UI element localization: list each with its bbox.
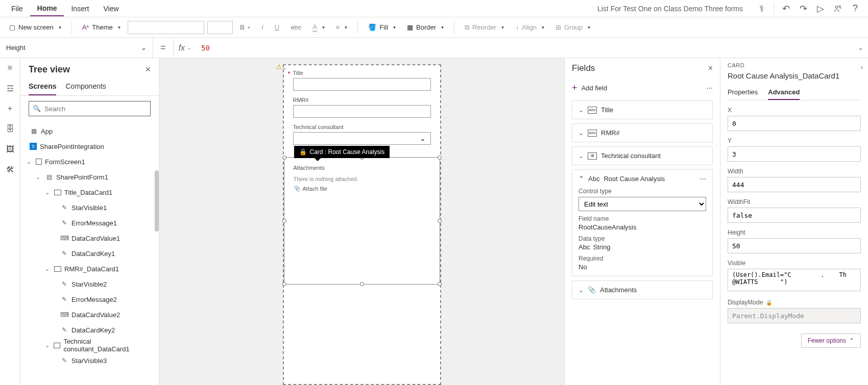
font-color-button[interactable]: A: [308, 21, 329, 34]
resize-handle[interactable]: [282, 219, 286, 223]
italic-button[interactable]: I: [257, 21, 268, 33]
group-button[interactable]: ⊞ Group: [551, 21, 594, 33]
tree-item-sharepoint-integration[interactable]: SSharePointIntegration: [20, 139, 159, 154]
tree-item-starvisible1[interactable]: ✎StarVisible1: [20, 200, 159, 215]
widthfit-input[interactable]: [728, 208, 861, 223]
expand-panel-icon[interactable]: ›: [861, 63, 863, 71]
text-align-button[interactable]: ≡: [332, 21, 352, 33]
tree-item-rmr-datacard1[interactable]: ⌄RMR#_DataCard1: [20, 261, 159, 276]
canvas-area[interactable]: ⚠⌄ * Title RMR# Technical consultant ⌄ 🔒…: [159, 58, 564, 385]
theme-button[interactable]: Aᵃ Theme: [78, 21, 125, 33]
attach-file-button[interactable]: 📎Attach file: [294, 185, 430, 192]
tree-item-tech-datacard1[interactable]: ⌄Technical consultant_DataCard1: [20, 338, 159, 353]
chevron-down-icon[interactable]: ⌄: [578, 107, 584, 114]
chevron-down-icon[interactable]: ⌄: [27, 159, 33, 165]
resize-handle[interactable]: [282, 282, 286, 286]
tab-advanced[interactable]: Advanced: [768, 85, 800, 100]
resize-handle[interactable]: [438, 282, 442, 286]
control-type-select[interactable]: Edit text: [578, 197, 706, 211]
resize-handle[interactable]: [360, 282, 364, 286]
form-card[interactable]: ⚠⌄ * Title RMR# Technical consultant ⌄ 🔒…: [283, 64, 441, 385]
menu-tab-insert[interactable]: Insert: [64, 2, 96, 16]
tree-item-sharepointform1[interactable]: ⌄▤SharePointForm1: [20, 169, 159, 185]
tree-item-datacardkey1[interactable]: ✎DataCardKey1: [20, 246, 159, 261]
width-input[interactable]: [728, 177, 861, 192]
tools-icon[interactable]: 🛠: [5, 164, 16, 175]
fx-button[interactable]: fx⌄: [173, 38, 196, 58]
fields-close-icon[interactable]: ×: [708, 64, 713, 73]
tree-item-app[interactable]: ▦App: [20, 123, 159, 139]
reorder-button[interactable]: ⧉ Reorder: [461, 21, 508, 34]
border-button[interactable]: ▦ Border: [403, 21, 448, 33]
field-item-attachments[interactable]: ⌄ 📎 Attachments: [572, 280, 713, 299]
warning-icon[interactable]: ⚠⌄: [276, 63, 286, 71]
strike-button[interactable]: abc: [286, 21, 305, 33]
title-input[interactable]: [293, 78, 431, 91]
field-item-root-expanded[interactable]: ⌃ Abc Root Cause Analysis ⋯ Control type…: [572, 169, 713, 276]
tree-close-icon[interactable]: ×: [145, 64, 151, 75]
tab-screens[interactable]: Screens: [29, 78, 56, 95]
tree-item-errormessage1[interactable]: ✎ErrorMessage1: [20, 215, 159, 230]
stethoscope-icon[interactable]: ⚕: [753, 0, 770, 17]
font-size-select[interactable]: [207, 21, 233, 34]
bold-button[interactable]: B▾: [236, 21, 254, 33]
scrollbar[interactable]: [155, 170, 159, 232]
chevron-down-icon[interactable]: ⌄: [45, 266, 51, 272]
menu-tab-file[interactable]: File: [4, 2, 30, 16]
tree-view-icon[interactable]: ☲: [5, 83, 16, 94]
tree-item-starvisible3[interactable]: ✎StarVisible3: [20, 353, 159, 368]
more-icon[interactable]: ⋯: [706, 84, 713, 92]
resize-handle[interactable]: [438, 156, 442, 160]
selection-box[interactable]: Attachments There is nothing attached. 📎…: [284, 157, 440, 285]
chevron-up-icon[interactable]: ⌃: [578, 175, 584, 183]
more-icon[interactable]: ⋯: [700, 175, 706, 183]
data-icon[interactable]: 🗄: [5, 123, 16, 135]
field-item-tech[interactable]: ⌄ ⊞ Technical consultant: [572, 146, 713, 165]
menu-tab-view[interactable]: View: [96, 2, 126, 16]
tree-item-errormessage2[interactable]: ✎ErrorMessage2: [20, 292, 159, 307]
tree-item-datacardvalue2[interactable]: ⌨DataCardValue2: [20, 307, 159, 322]
visible-input[interactable]: (User().Email="C . Th @WIATTS "): [728, 269, 861, 291]
tech-dropdown[interactable]: ⌄: [293, 132, 431, 145]
chevron-down-icon[interactable]: ⌄: [578, 152, 584, 160]
font-select[interactable]: [128, 21, 204, 34]
y-input[interactable]: [728, 146, 861, 162]
chevron-down-icon[interactable]: ⌄: [45, 189, 51, 196]
align-button[interactable]: ⫞ Align: [511, 21, 548, 33]
new-screen-button[interactable]: ▢ New screen: [5, 21, 65, 33]
tree-search-input[interactable]: [29, 101, 151, 116]
formula-expand-icon[interactable]: ⌄: [853, 44, 868, 52]
field-item-rmr[interactable]: ⌄ Abc RMR#: [572, 123, 713, 142]
property-selector[interactable]: Height ⌄: [0, 38, 153, 58]
formula-input[interactable]: 50: [196, 44, 853, 52]
chevron-down-icon[interactable]: ⌄: [578, 287, 584, 294]
insert-icon[interactable]: +: [5, 103, 16, 114]
chevron-down-icon[interactable]: ⌄: [578, 130, 584, 137]
undo-icon[interactable]: ↶: [777, 0, 794, 17]
tree-item-datacardvalue1[interactable]: ⌨DataCardValue1: [20, 230, 159, 246]
chevron-down-icon[interactable]: ⌄: [45, 342, 51, 349]
tree-item-formscreen1[interactable]: ⌄FormScreen1: [20, 154, 159, 169]
media-icon[interactable]: 🖼: [5, 144, 16, 155]
chevron-down-icon[interactable]: ⌄: [36, 174, 42, 181]
tab-components[interactable]: Components: [65, 78, 106, 95]
fill-button[interactable]: 🪣 Fill: [364, 21, 400, 33]
field-item-title[interactable]: ⌄ Abc Title: [572, 100, 713, 119]
play-icon[interactable]: ▷: [812, 0, 829, 17]
x-input[interactable]: [728, 116, 861, 131]
fewer-options-button[interactable]: Fewer options ⌃: [801, 333, 861, 348]
hamburger-icon[interactable]: ≡: [5, 62, 16, 73]
menu-tab-home[interactable]: Home: [30, 1, 64, 16]
help-icon[interactable]: ?: [847, 0, 864, 17]
height-input[interactable]: [728, 238, 861, 253]
redo-icon[interactable]: ↷: [794, 0, 812, 17]
resize-handle[interactable]: [438, 219, 442, 223]
tree-item-datacardkey2[interactable]: ✎DataCardKey2: [20, 322, 159, 338]
tab-properties[interactable]: Properties: [728, 85, 758, 100]
tree-item-starvisible2[interactable]: ✎StarVisible2: [20, 276, 159, 292]
share-icon[interactable]: [829, 0, 847, 17]
resize-handle[interactable]: [282, 156, 286, 160]
underline-button[interactable]: U: [271, 21, 283, 33]
tree-item-title-datacard1[interactable]: ⌄Title_DataCard1: [20, 185, 159, 200]
add-field-button[interactable]: + Add field ⋯: [572, 79, 713, 100]
